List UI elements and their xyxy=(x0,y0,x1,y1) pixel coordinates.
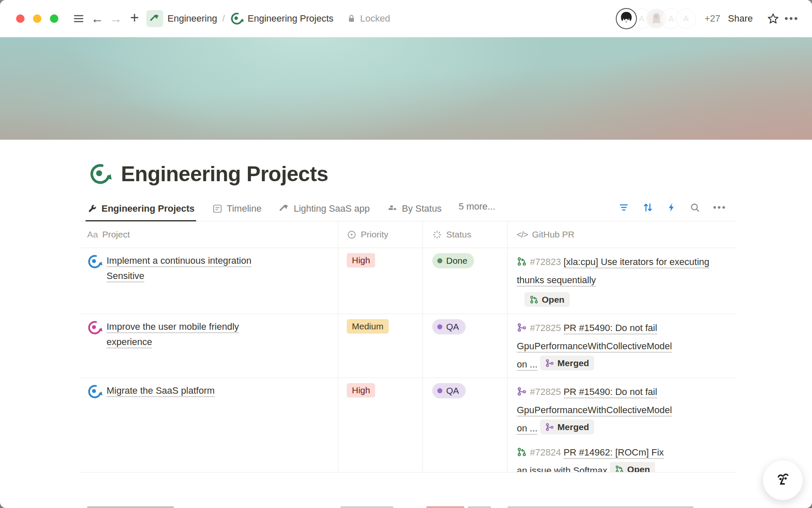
project-cyclone-icon xyxy=(87,320,102,335)
pr-state-badge[interactable]: Merged xyxy=(540,356,594,370)
git-pull-request-icon xyxy=(615,465,624,472)
view-tabs-bar: Engineering Projects Timeline Lighting S… xyxy=(80,199,736,221)
pr-link[interactable]: #72823[xla:cpu] Use iterators for execut… xyxy=(517,253,720,310)
tab-by-status[interactable]: By Status xyxy=(387,199,442,221)
favorite-button[interactable] xyxy=(764,9,782,28)
star-icon xyxy=(767,12,779,25)
page-cyclone-icon-large[interactable] xyxy=(89,163,112,185)
pr-number: #72823 xyxy=(530,257,561,267)
notion-ai-button[interactable] xyxy=(763,460,803,500)
pr-link[interactable]: #72825PR #15490: Do not fail GpuPerforma… xyxy=(517,319,672,374)
status-dot xyxy=(437,324,442,329)
project-title-link[interactable]: Improve the user mobile friendly experie… xyxy=(107,319,277,350)
status-pill[interactable]: QA xyxy=(432,383,466,398)
filter-icon xyxy=(618,202,629,213)
status-cell[interactable]: Done xyxy=(423,248,508,314)
page-options-button[interactable]: ••• xyxy=(782,9,801,28)
select-property-icon xyxy=(347,230,357,240)
zoom-window-button[interactable] xyxy=(50,14,58,23)
back-button[interactable]: ← xyxy=(88,9,107,28)
status-label: Done xyxy=(446,256,467,266)
pr-state-badge[interactable]: Open xyxy=(524,292,570,307)
project-cell[interactable]: Improve the user mobile friendly experie… xyxy=(80,314,338,378)
status-cell[interactable]: QA xyxy=(423,314,508,378)
tab-timeline[interactable]: Timeline xyxy=(211,199,262,221)
automations-button[interactable] xyxy=(667,202,677,213)
app-window: ← → + Engineering / Engineering Projects… xyxy=(0,0,812,508)
locked-label: Locked xyxy=(360,13,390,24)
project-cyclone-icon xyxy=(87,384,102,399)
breadcrumb-root[interactable]: Engineering xyxy=(167,13,217,24)
priority-tag[interactable]: Medium xyxy=(347,319,389,334)
forward-button[interactable]: → xyxy=(107,9,125,28)
lock-status[interactable]: Locked xyxy=(346,13,390,24)
breadcrumb-separator: / xyxy=(222,13,225,24)
database-table: Aa Project Priority Status </> GitHub PR xyxy=(80,221,736,472)
code-icon: </> xyxy=(517,230,528,240)
breadcrumb-page[interactable]: Engineering Projects xyxy=(248,13,334,24)
avatar-overflow-count[interactable]: +27 xyxy=(705,13,720,24)
git-merge-icon xyxy=(517,323,527,332)
tab-lighting-saas-app[interactable]: Lighting SaaS app xyxy=(278,199,370,221)
sort-button[interactable] xyxy=(642,202,654,213)
status-dot xyxy=(437,258,442,263)
clipped-pr-fragment xyxy=(508,506,694,508)
github-pr-cell[interactable]: #72825PR #15490: Do not fail GpuPerforma… xyxy=(508,314,736,378)
lock-icon xyxy=(346,14,357,24)
column-header-github-pr[interactable]: </> GitHub PR xyxy=(508,221,736,248)
column-header-status[interactable]: Status xyxy=(423,221,508,248)
github-pr-cell[interactable]: #72825PR #15490: Do not fail GpuPerforma… xyxy=(508,378,736,472)
project-cyclone-icon xyxy=(87,254,102,269)
priority-cell[interactable]: High xyxy=(338,248,423,314)
ai-face-icon xyxy=(771,469,794,491)
search-button[interactable] xyxy=(689,202,700,213)
view-tabs: Engineering Projects Timeline Lighting S… xyxy=(86,199,495,221)
project-title-link[interactable]: Implement a continuous integration Sensi… xyxy=(107,253,277,284)
new-page-button[interactable]: + xyxy=(125,9,144,28)
column-label: Priority xyxy=(361,229,388,240)
git-pull-request-icon xyxy=(517,447,527,457)
column-header-priority[interactable]: Priority xyxy=(338,221,423,248)
project-cell[interactable]: Migrate the SaaS platform xyxy=(80,378,338,472)
status-pill[interactable]: QA xyxy=(432,319,466,334)
workspace-hammer-icon[interactable] xyxy=(146,10,163,27)
sidebar-toggle-button[interactable] xyxy=(69,9,88,28)
pr-link[interactable]: #72824PR #14962: [ROCm] Fix an issue wit… xyxy=(517,444,672,472)
minimize-window-button[interactable] xyxy=(33,14,41,23)
avatar-illustrated xyxy=(616,8,637,29)
view-tools: ••• xyxy=(618,202,736,221)
pr-state-badge[interactable]: Merged xyxy=(540,420,594,434)
more-views-button[interactable]: 5 more... xyxy=(458,201,495,219)
table-row: Improve the user mobile friendly experie… xyxy=(80,314,736,378)
pr-number: #72825 xyxy=(530,387,561,397)
status-property-icon xyxy=(432,230,442,240)
tab-engineering-projects[interactable]: Engineering Projects xyxy=(86,199,195,221)
ellipsis-icon: ••• xyxy=(785,13,799,25)
plus-icon: + xyxy=(130,9,139,27)
status-pill[interactable]: Done xyxy=(432,253,474,268)
pr-link[interactable]: #72825PR #15490: Do not fail GpuPerforma… xyxy=(517,383,672,438)
github-pr-cell[interactable]: #72823[xla:cpu] Use iterators for execut… xyxy=(508,248,736,314)
text-property-icon: Aa xyxy=(87,229,98,240)
avatar-stack[interactable]: A A A xyxy=(616,8,696,29)
pr-number: #72825 xyxy=(530,323,561,333)
status-cell[interactable]: QA xyxy=(423,378,508,472)
project-cell[interactable]: Implement a continuous integration Sensi… xyxy=(80,248,338,314)
clipped-badge-fragment xyxy=(426,506,464,508)
close-window-button[interactable] xyxy=(16,14,25,23)
filter-button[interactable] xyxy=(618,202,629,213)
status-label: QA xyxy=(446,386,459,396)
share-button[interactable]: Share xyxy=(728,13,753,24)
priority-tag[interactable]: High xyxy=(347,253,375,268)
pr-state-badge[interactable]: Open xyxy=(610,462,655,472)
avatar-initial: A xyxy=(676,8,696,29)
view-options-button[interactable]: ••• xyxy=(713,202,727,213)
priority-cell[interactable]: Medium xyxy=(338,314,423,378)
back-arrow-icon: ← xyxy=(91,12,104,25)
search-icon xyxy=(689,202,700,213)
page-title[interactable]: Engineering Projects xyxy=(121,162,328,186)
column-header-project[interactable]: Aa Project xyxy=(80,221,338,248)
project-title-link[interactable]: Migrate the SaaS platform xyxy=(107,383,215,398)
priority-tag[interactable]: High xyxy=(347,383,375,398)
priority-cell[interactable]: High xyxy=(338,378,423,472)
